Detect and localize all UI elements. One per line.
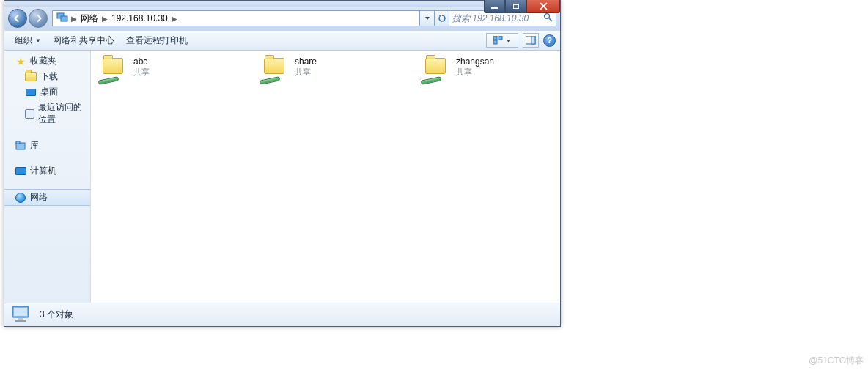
address-dropdown-button[interactable] — [420, 10, 435, 26]
search-placeholder: 搜索 192.168.10.30 — [452, 12, 529, 25]
address-wrap: ▶ 网络 ▶ 192.168.10.30 ▶ 搜索 192.168.10.30 — [52, 10, 556, 26]
explorer-body: ★ 收藏夹 下载 桌面 最近访问的位置 — [4, 51, 560, 303]
libraries-label: 库 — [30, 139, 39, 152]
share-subtitle: 共享 — [295, 67, 317, 78]
share-text: abc共享 — [133, 56, 150, 78]
network-label: 网络 — [30, 191, 48, 204]
toolbar: 组织 ▼ 网络和共享中心 查看远程打印机 ▼ — [4, 30, 560, 51]
back-button[interactable] — [8, 9, 27, 28]
watermark: @51CTO博客 — [809, 355, 864, 367]
svg-rect-1 — [61, 16, 67, 21]
sidebar: ★ 收藏夹 下载 桌面 最近访问的位置 — [4, 51, 91, 303]
titlebar[interactable] — [4, 1, 560, 7]
sidebar-libraries-header[interactable]: 库 — [4, 138, 90, 153]
sidebar-libraries-group: 库 — [4, 138, 90, 153]
status-text: 3 个对象 — [40, 308, 73, 321]
sidebar-item-desktop[interactable]: 桌面 — [4, 84, 90, 100]
nav-buttons — [8, 9, 48, 28]
share-item[interactable]: zhangsan共享 — [421, 56, 553, 83]
computer-icon — [10, 304, 34, 325]
sidebar-item-label: 最近访问的位置 — [38, 101, 84, 126]
network-sharing-center-button[interactable]: 网络和共享中心 — [47, 32, 120, 49]
share-subtitle: 共享 — [456, 67, 494, 78]
chevron-right-icon: ▶ — [171, 15, 178, 23]
svg-rect-8 — [532, 36, 535, 44]
computer-label: 计算机 — [30, 165, 56, 177]
content-pane[interactable]: abc共享share共享zhangsan共享 — [91, 51, 560, 303]
svg-rect-5 — [499, 36, 502, 40]
forward-button[interactable] — [29, 9, 48, 28]
help-label: ? — [547, 36, 552, 45]
minimize-button[interactable] — [484, 0, 505, 13]
network-center-label: 网络和共享中心 — [53, 34, 114, 47]
sidebar-favorites-group: ★ 收藏夹 下载 桌面 最近访问的位置 — [4, 53, 90, 127]
share-text: share共享 — [295, 56, 317, 78]
sidebar-computer-header[interactable]: 计算机 — [4, 163, 90, 179]
share-item[interactable]: abc共享 — [98, 56, 230, 83]
favorites-label: 收藏夹 — [30, 55, 56, 67]
share-subtitle: 共享 — [133, 67, 150, 78]
explorer-window: ▶ 网络 ▶ 192.168.10.30 ▶ 搜索 192.168.10.30 … — [4, 0, 561, 327]
download-icon — [25, 71, 37, 83]
help-button[interactable]: ? — [543, 34, 556, 47]
svg-rect-10 — [16, 141, 20, 144]
view-remote-printers-button[interactable]: 查看远程打印机 — [120, 32, 194, 49]
search-icon — [543, 12, 553, 24]
svg-rect-4 — [493, 36, 497, 40]
recent-icon — [25, 108, 34, 119]
chevron-right-icon: ▶ — [101, 15, 108, 23]
breadcrumb-network[interactable]: 网络 — [78, 11, 101, 26]
share-folder-icon — [421, 56, 450, 83]
window-controls — [484, 0, 560, 14]
star-icon: ★ — [15, 56, 26, 67]
svg-rect-6 — [493, 40, 497, 44]
sidebar-item-label: 桌面 — [40, 86, 58, 98]
organize-menu[interactable]: 组织 ▼ — [9, 32, 47, 49]
refresh-button[interactable] — [435, 10, 449, 26]
organize-label: 组织 — [15, 34, 32, 47]
preview-pane-button[interactable] — [523, 33, 539, 48]
sidebar-item-downloads[interactable]: 下载 — [4, 69, 90, 84]
share-name: share — [295, 56, 317, 67]
sidebar-item-label: 下载 — [40, 70, 58, 83]
close-button[interactable] — [526, 0, 560, 13]
chevron-down-icon: ▼ — [35, 37, 41, 44]
share-name: zhangsan — [456, 56, 494, 67]
svg-rect-13 — [18, 318, 23, 320]
share-item[interactable]: share共享 — [260, 56, 391, 83]
computer-icon — [15, 166, 26, 177]
share-text: zhangsan共享 — [456, 56, 494, 78]
view-printers-label: 查看远程打印机 — [126, 34, 188, 47]
chevron-down-icon: ▼ — [506, 38, 511, 43]
sidebar-favorites-header[interactable]: ★ 收藏夹 — [4, 53, 90, 69]
view-options-button[interactable]: ▼ — [486, 33, 518, 48]
sidebar-item-recent[interactable]: 最近访问的位置 — [4, 100, 90, 127]
share-name: abc — [133, 56, 150, 67]
sidebar-network-group: 网络 — [4, 189, 90, 206]
address-bar[interactable]: ▶ 网络 ▶ 192.168.10.30 ▶ — [52, 10, 420, 26]
library-icon — [15, 140, 26, 152]
share-folder-icon — [98, 56, 128, 83]
desktop-icon — [25, 86, 37, 98]
network-icon — [56, 12, 68, 25]
svg-line-3 — [549, 18, 552, 21]
maximize-button[interactable] — [505, 0, 526, 13]
svg-rect-14 — [15, 320, 26, 322]
chevron-right-icon: ▶ — [70, 15, 78, 23]
svg-point-2 — [545, 14, 550, 19]
toolbar-right: ▼ ? — [486, 33, 556, 48]
svg-rect-12 — [14, 308, 27, 316]
network-icon — [15, 192, 26, 204]
share-folder-icon — [260, 56, 289, 83]
status-bar: 3 个对象 — [4, 303, 560, 326]
nav-row: ▶ 网络 ▶ 192.168.10.30 ▶ 搜索 192.168.10.30 — [4, 7, 560, 30]
breadcrumb-host[interactable]: 192.168.10.30 — [108, 11, 171, 26]
sidebar-computer-group: 计算机 — [4, 163, 90, 179]
sidebar-network-header[interactable]: 网络 — [4, 189, 90, 206]
